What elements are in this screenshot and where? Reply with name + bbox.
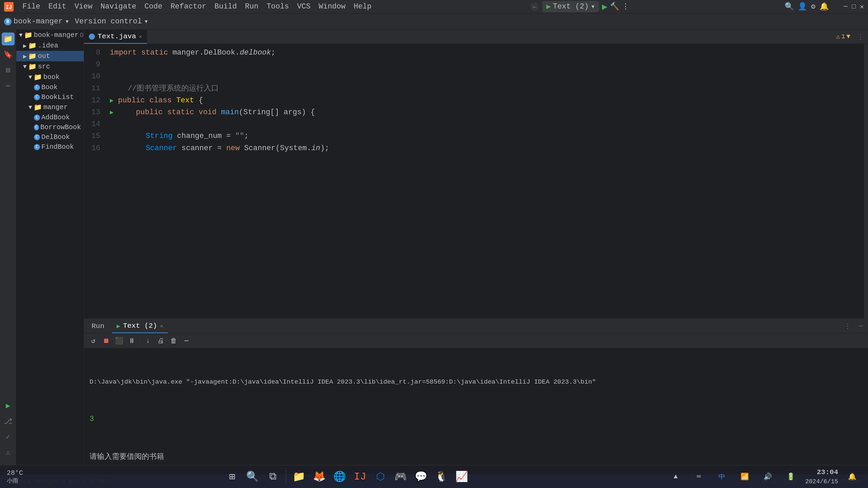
start-button[interactable]: ⊞ (223, 468, 241, 486)
project-view-icon[interactable]: 📁 (2, 33, 15, 45)
taskbar-browser1-icon[interactable]: 🦊 (311, 468, 328, 486)
scroll-to-end-button[interactable]: ↓ (143, 336, 153, 346)
menu-navigate[interactable]: Navigate (97, 1, 140, 12)
code-editor[interactable]: 8 9 10 11 12 13 14 15 16 import static m… (84, 44, 868, 319)
tree-manger[interactable]: ▼ 📁 manger (16, 102, 84, 113)
tree-addbook[interactable]: C AddBook (16, 113, 84, 122)
run-tab-run[interactable]: Run (87, 319, 109, 333)
warning-expand-icon: ▼ (847, 33, 850, 40)
profile-button[interactable]: 👤 (798, 2, 807, 11)
tree-findbook[interactable]: C FindBook (16, 142, 84, 152)
todo-icon[interactable]: ✓ (2, 430, 15, 443)
folder-icon: ▶ (23, 53, 27, 60)
menu-help[interactable]: Help (350, 1, 375, 12)
taskbar-up-arrow-icon[interactable]: ▲ (667, 468, 685, 485)
menu-run[interactable]: Run (242, 1, 262, 12)
settings-button[interactable]: ⚙ (811, 2, 815, 11)
menu-file[interactable]: File (19, 1, 44, 12)
tree-borrowbook[interactable]: C BorrowBook (16, 122, 84, 132)
menu-edit[interactable]: Edit (45, 1, 70, 12)
tree-idea[interactable]: ▶ 📁 .idea (16, 40, 84, 51)
more-button[interactable]: ⋮ (622, 2, 629, 11)
taskbar-stock-icon[interactable]: 📈 (453, 468, 471, 486)
taskbar-notification-button[interactable]: 🔔 (844, 468, 861, 485)
toolbar-back-icon[interactable]: ⟵ (530, 2, 539, 12)
taskbar-wechat-icon[interactable]: 💬 (412, 468, 430, 486)
menu-vcs[interactable]: VCS (294, 1, 314, 12)
git-icon[interactable]: ⎇ (2, 415, 15, 428)
taskbar-keyboard-icon[interactable]: ⌨ (690, 468, 708, 485)
run-tab-text2[interactable]: ▶ Text (2) ✕ (112, 319, 168, 333)
file-tab-close-button[interactable]: ✕ (139, 33, 142, 40)
rerun-button[interactable]: ↺ (88, 336, 98, 346)
run-tab-close-button[interactable]: ✕ (160, 323, 163, 329)
menu-view[interactable]: View (71, 1, 96, 12)
run-panel-icon[interactable]: ▶ (2, 399, 15, 412)
taskbar-game-icon[interactable]: 🎮 (392, 468, 410, 486)
run-button[interactable]: ▶ (602, 1, 607, 12)
taskbar-left: 28°C 小雨 (7, 469, 27, 485)
folder-open-icon: ▼ (28, 104, 32, 111)
taskbar-battery-icon[interactable]: 🔋 (782, 468, 800, 485)
tree-booklist-class-label: BookList (41, 93, 74, 101)
taskbar-volume-icon[interactable]: 🔊 (759, 468, 777, 485)
print-button[interactable]: 🖨 (156, 336, 166, 346)
clear-button[interactable]: 🗑 (169, 336, 179, 346)
tree-src[interactable]: ▼ 📁 src (16, 61, 84, 72)
run-cmd-line: D:\Java\jdk\bin\java.exe "-javaagent:D:\… (90, 377, 863, 387)
warning-icon: ⚠ (836, 33, 840, 41)
run-config-dropdown-icon: ▾ (591, 2, 595, 11)
tree-out[interactable]: ▶ 📁 out (16, 51, 84, 61)
editor-scrollbar[interactable] (864, 44, 868, 319)
left-sidebar-rail: 📁 🔖 ⊞ ⋯ ▶ ⎇ ✓ ⚠ ⌨ (0, 30, 16, 474)
panel-minimize-button[interactable]: ─ (856, 321, 865, 331)
taskbar-input-method-icon[interactable]: 中 (713, 468, 731, 485)
menu-build[interactable]: Build (211, 1, 240, 12)
editor-more-button[interactable]: ⋮ (853, 33, 868, 41)
resume-button[interactable]: ⬛ (114, 336, 124, 346)
run-panel-tabs: Run ▶ Text (2) ✕ ⋮ ─ (84, 319, 868, 333)
folder-open-icon: ▼ (23, 63, 27, 70)
notifications-button[interactable]: 🔔 (820, 2, 829, 11)
menu-refactor[interactable]: Refactor (167, 1, 210, 12)
tree-root[interactable]: ▼ 📁 book-manger D:\java\ide (16, 30, 84, 40)
close-button[interactable]: ✕ (860, 2, 864, 11)
taskbar-vscode-icon[interactable]: ⬡ (372, 468, 389, 486)
minimize-button[interactable]: ─ (844, 3, 848, 11)
tree-delbook[interactable]: C DelBook (16, 132, 84, 142)
version-control-label[interactable]: Version control ▾ (75, 17, 148, 26)
search-button[interactable]: 🔍 (785, 2, 794, 11)
taskbar-jetbrains-icon[interactable]: IJ (351, 468, 369, 486)
run-tab-icon: ▶ (117, 322, 120, 330)
maximize-button[interactable]: □ (852, 3, 856, 11)
taskbar-file-manager-icon[interactable]: 📁 (290, 468, 308, 486)
code-content[interactable]: import static manger.DelBook.delbook; //… (104, 44, 864, 319)
clock-display[interactable]: 23:04 2024/6/15 (805, 467, 838, 486)
taskbar-taskview-icon[interactable]: ⧉ (264, 468, 282, 486)
title-bar-left: IJ File Edit View Navigate Code Refactor… (4, 1, 375, 12)
bookmarks-icon[interactable]: 🔖 (2, 48, 15, 61)
menu-window[interactable]: Window (315, 1, 349, 12)
stop-button[interactable]: ⏹ (101, 336, 111, 346)
project-name-label[interactable]: B book-manger ▾ (4, 17, 69, 26)
title-bar: IJ File Edit View Navigate Code Refactor… (0, 0, 868, 14)
structure-icon[interactable]: ⊞ (2, 64, 15, 77)
build-button[interactable]: 🔨 (610, 2, 619, 11)
line-numbers: 8 9 10 11 12 13 14 15 16 (84, 44, 104, 319)
taskbar-qq-icon[interactable]: 🐧 (433, 468, 450, 486)
tree-book[interactable]: ▼ 📁 book (16, 72, 84, 82)
tree-book-class[interactable]: C Book (16, 82, 84, 92)
run-config-selector[interactable]: ▶ Text (2) ▾ (542, 1, 599, 12)
plugins-icon[interactable]: ⋯ (2, 79, 15, 92)
menu-code[interactable]: Code (141, 1, 166, 12)
problems-icon[interactable]: ⚠ (2, 446, 15, 459)
taskbar-wifi-icon[interactable]: 📶 (736, 468, 754, 485)
tree-booklist-class[interactable]: C BookList (16, 92, 84, 102)
more-options-button[interactable]: ⋯ (181, 336, 192, 346)
taskbar-search-icon[interactable]: 🔍 (244, 468, 261, 486)
taskbar-browser2-icon[interactable]: 🌐 (331, 468, 349, 486)
panel-options-button[interactable]: ⋮ (842, 321, 854, 332)
file-tab-text-java[interactable]: Text.java ✕ (84, 30, 147, 44)
pause-button[interactable]: ⏸ (127, 336, 137, 346)
menu-tools[interactable]: Tools (263, 1, 292, 12)
